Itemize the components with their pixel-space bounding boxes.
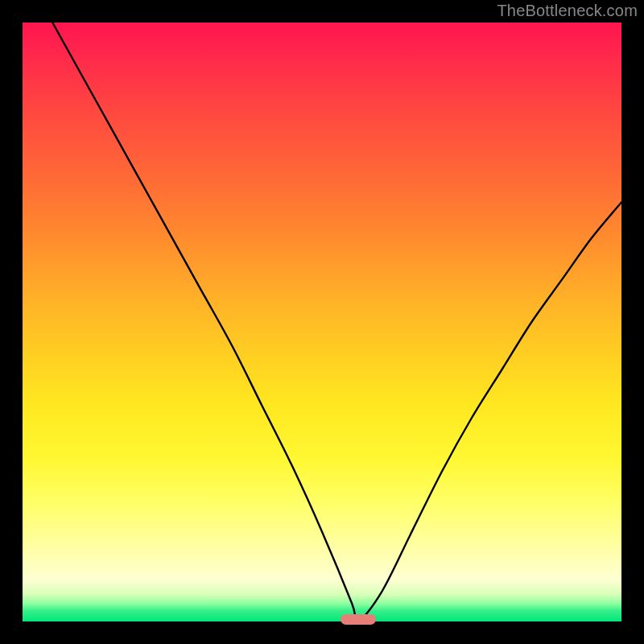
minimum-marker: [341, 614, 376, 625]
plot-area: [23, 23, 621, 621]
bottleneck-curve: [23, 23, 621, 621]
chart-container: TheBottleneck.com: [0, 0, 644, 644]
watermark-text: TheBottleneck.com: [497, 2, 638, 20]
